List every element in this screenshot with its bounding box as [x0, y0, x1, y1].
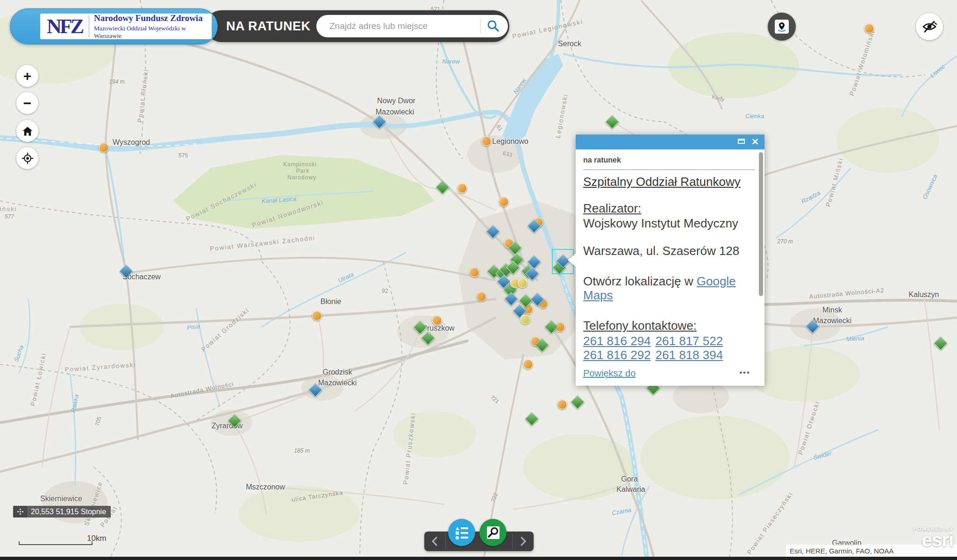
- scale-bar: [19, 541, 93, 545]
- close-icon[interactable]: ✕: [751, 136, 759, 148]
- map-marker-green[interactable]: [228, 414, 242, 428]
- open-location-line: Otwórz lokalizację w Google Maps: [583, 274, 755, 303]
- phone-lines: 261 816 294261 817 522261 816 292261 818…: [583, 334, 755, 362]
- app-title: NA RATUNEK: [226, 19, 311, 34]
- phone-link[interactable]: 261 816 294: [583, 334, 651, 348]
- phones-label: Telefony kontaktowe:: [583, 319, 755, 333]
- map-marker-orange[interactable]: [482, 136, 492, 146]
- more-options-icon[interactable]: •••: [739, 368, 750, 377]
- home-icon: [22, 126, 33, 137]
- phone-row: 261 816 294261 817 522: [583, 334, 755, 348]
- popup-footer: Powiększ do •••: [583, 368, 757, 381]
- coordinate-readout: 20,553 51,915 Stopnie: [27, 508, 111, 516]
- legend-icon: [456, 527, 468, 538]
- popup-pointer: [568, 254, 576, 267]
- map-marker-layer: [0, 0, 957, 560]
- map-marker-yellow[interactable]: [521, 315, 530, 325]
- search-input[interactable]: [329, 18, 473, 35]
- open-location-prefix: Otwórz lokalizację w: [583, 274, 697, 288]
- popup-body: na ratunek Szpitalny Oddział Ratunkowy R…: [576, 149, 764, 365]
- basemap-icon: [775, 20, 789, 34]
- basemap-button[interactable]: [768, 13, 796, 41]
- nfz-logo-box: NFZ Narodowy Fundusz Zdrowia Mazowiecki …: [40, 14, 212, 39]
- chevron-left-icon: [429, 535, 441, 547]
- esri-brand-text: esri: [914, 532, 953, 548]
- bottom-strip: [0, 557, 957, 560]
- map-marker-green[interactable]: [544, 320, 558, 334]
- paddle-right-button[interactable]: [517, 535, 529, 547]
- search-button[interactable]: [485, 18, 504, 35]
- feature-search-button[interactable]: [479, 519, 507, 546]
- popup-tab-title: na ratunek: [583, 156, 755, 165]
- map-marker-orange[interactable]: [864, 24, 874, 34]
- widget-paddle: [424, 532, 534, 551]
- top-bar: NA RATUNEK: [206, 10, 509, 42]
- popup-header[interactable]: ✕: [576, 135, 764, 149]
- zoom-out-button[interactable]: −: [16, 92, 38, 114]
- map-marker-blue[interactable]: [308, 383, 322, 397]
- map-marker-green[interactable]: [934, 336, 948, 350]
- search-box: [316, 15, 508, 37]
- phone-link[interactable]: 261 817 522: [656, 334, 723, 348]
- crosshair-icon[interactable]: [13, 506, 27, 517]
- map-marker-blue[interactable]: [372, 115, 386, 129]
- map-marker-green[interactable]: [605, 115, 619, 129]
- locate-button[interactable]: [16, 147, 38, 169]
- paddle-divider: [512, 533, 513, 549]
- map-marker-green[interactable]: [571, 395, 585, 409]
- phone-row: 261 816 292261 818 394: [583, 348, 755, 362]
- phone-link[interactable]: 261 816 292: [583, 348, 651, 362]
- paddle-divider: [445, 533, 446, 549]
- zoom-in-icon: +: [23, 68, 32, 84]
- search-icon: [485, 18, 501, 35]
- home-button[interactable]: [16, 120, 38, 142]
- map-marker-blue[interactable]: [119, 264, 133, 278]
- coordinate-badge: 20,553 51,915 Stopnie: [13, 506, 111, 517]
- map-marker-orange[interactable]: [457, 184, 467, 193]
- map-marker-green[interactable]: [525, 412, 539, 426]
- zoom-out-icon: −: [23, 95, 32, 111]
- realizator-label: Realizator:: [583, 201, 755, 216]
- popup-scrollbar[interactable]: [759, 152, 763, 296]
- logo-line1: Narodowy Fundusz Zdrowia: [94, 13, 212, 23]
- search-divider: [480, 19, 481, 33]
- paddle-left-button[interactable]: [429, 535, 441, 547]
- logo-line2: Mazowiecki Oddział Wojewódzki w Warszawi…: [94, 25, 212, 40]
- feature-search-icon: [487, 526, 500, 539]
- legend-button[interactable]: [448, 519, 475, 546]
- popup-title-link[interactable]: Szpitalny Oddział Ratunkowy: [583, 175, 755, 189]
- map-marker-blue[interactable]: [806, 319, 820, 333]
- logo-text: Narodowy Fundusz Zdrowia Mazowiecki Oddz…: [89, 13, 212, 40]
- map-marker-orange[interactable]: [557, 400, 567, 410]
- phone-link[interactable]: 261 818 394: [656, 348, 723, 362]
- zoom-in-button[interactable]: +: [16, 65, 38, 87]
- nfz-abbr: NFZ: [40, 14, 89, 38]
- map-marker-blue[interactable]: [486, 225, 500, 239]
- zoom-to-link[interactable]: Powiększ do: [583, 368, 636, 378]
- locate-icon: [21, 152, 34, 164]
- map-marker-orange[interactable]: [312, 311, 322, 321]
- map-marker-green[interactable]: [436, 180, 450, 194]
- popup-divider: [583, 170, 755, 170]
- map-marker-orange[interactable]: [523, 360, 533, 369]
- map-marker-green[interactable]: [413, 320, 427, 334]
- map-marker-orange[interactable]: [432, 316, 442, 326]
- map-marker-orange[interactable]: [470, 268, 479, 277]
- map-marker-orange[interactable]: [499, 197, 509, 207]
- map-marker-yellow[interactable]: [518, 278, 528, 288]
- realizator-value: Wojskowy Instytut Medyczny: [583, 216, 755, 231]
- hide-layers-button[interactable]: [916, 13, 943, 40]
- attribution-text: Esri, HERE, Garmin, FAO, NOAA: [786, 547, 894, 555]
- map-marker-orange[interactable]: [477, 292, 486, 302]
- map-marker-green[interactable]: [421, 331, 435, 345]
- chevron-right-icon: [517, 535, 529, 547]
- eye-slash-icon: [921, 18, 938, 35]
- maximize-icon[interactable]: [738, 139, 745, 144]
- map-marker-blue[interactable]: [504, 292, 518, 306]
- feature-popup: ✕ na ratunek Szpitalny Oddział Ratunkowy…: [576, 135, 764, 386]
- esri-logo: POWERED BY esri: [914, 526, 953, 548]
- map-app: Nowy DworMazowieckiLegionowoSerockWyszog…: [0, 0, 957, 560]
- map-marker-orange[interactable]: [99, 143, 109, 153]
- nfz-logo[interactable]: NFZ Narodowy Fundusz Zdrowia Mazowiecki …: [10, 8, 218, 44]
- address: Warszawa, ul. Szaserów 128: [583, 244, 755, 258]
